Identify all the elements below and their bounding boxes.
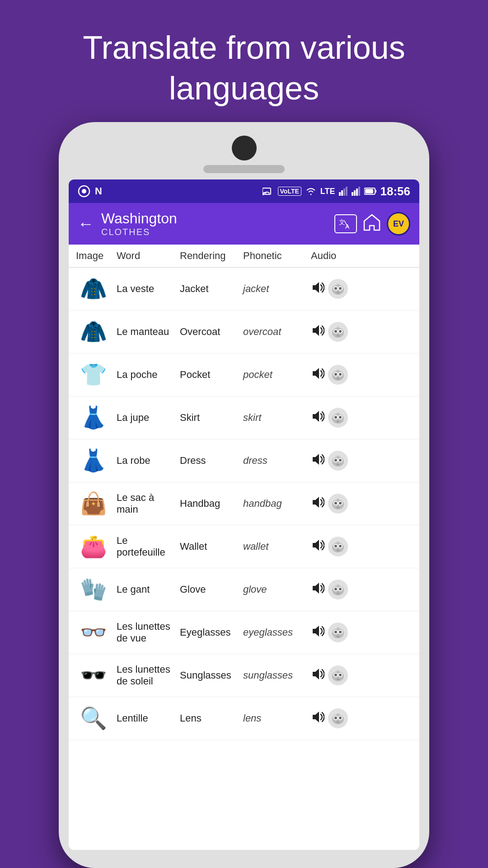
speaker-icon bbox=[311, 281, 324, 294]
owl-button[interactable] bbox=[328, 451, 348, 471]
home-button[interactable] bbox=[362, 213, 381, 235]
row-rendering: Pocket bbox=[180, 369, 243, 381]
row-image: 👓 bbox=[76, 615, 111, 650]
table-body: 🧥La vesteJacketjacket 🧥Le manteauOvercoa… bbox=[69, 268, 419, 850]
audio-speaker-button[interactable] bbox=[311, 496, 324, 512]
owl-icon bbox=[331, 626, 345, 639]
translate-icon: 文 A bbox=[338, 217, 353, 231]
table-row: 🧤Le gantGloveglove bbox=[69, 568, 419, 611]
audio-speaker-button[interactable] bbox=[311, 539, 324, 555]
svg-rect-3 bbox=[339, 192, 341, 196]
audio-speaker-button[interactable] bbox=[311, 324, 324, 340]
row-word: Le manteau bbox=[117, 326, 180, 338]
app-bar: ← Washington CLOTHES 文 A bbox=[69, 203, 419, 245]
audio-speaker-button[interactable] bbox=[311, 281, 324, 297]
row-word: La jupe bbox=[117, 412, 180, 424]
svg-point-42 bbox=[339, 416, 342, 419]
row-image: 👗 bbox=[76, 443, 111, 478]
status-time: 18:56 bbox=[380, 184, 411, 198]
owl-button[interactable] bbox=[328, 279, 348, 299]
owl-button[interactable] bbox=[328, 322, 348, 342]
app-bar-title-block: Washington CLOTHES bbox=[101, 210, 327, 237]
row-audio bbox=[311, 537, 361, 557]
audio-speaker-button[interactable] bbox=[311, 453, 324, 469]
row-image: 🧥 bbox=[76, 271, 111, 307]
owl-icon bbox=[331, 712, 345, 725]
svg-point-70 bbox=[339, 588, 342, 590]
phone-mockup: N VoLTE LTE bbox=[59, 122, 429, 868]
svg-point-55 bbox=[334, 502, 337, 505]
row-image: 🕶️ bbox=[76, 658, 111, 693]
row-audio bbox=[311, 408, 361, 428]
table-row: 👜Le sac à mainHandbaghandbag bbox=[69, 482, 419, 525]
audio-speaker-button[interactable] bbox=[311, 668, 324, 684]
owl-button[interactable] bbox=[328, 580, 348, 599]
audio-speaker-button[interactable] bbox=[311, 582, 324, 598]
row-audio bbox=[311, 623, 361, 642]
page-title: Translate from various languages bbox=[27, 27, 461, 108]
table-row: 👕La pochePocketpocket bbox=[69, 354, 419, 396]
wifi-icon bbox=[305, 186, 317, 196]
back-button[interactable]: ← bbox=[78, 216, 94, 232]
audio-speaker-button[interactable] bbox=[311, 711, 324, 726]
svg-point-76 bbox=[334, 631, 337, 633]
row-image: 🧥 bbox=[76, 314, 111, 349]
owl-button[interactable] bbox=[328, 537, 348, 557]
row-word: La veste bbox=[117, 283, 180, 295]
speaker-icon bbox=[311, 668, 324, 680]
speaker-icon bbox=[311, 496, 324, 509]
audio-speaker-button[interactable] bbox=[311, 410, 324, 426]
row-audio bbox=[311, 365, 361, 385]
app-bar-subtitle: CLOTHES bbox=[101, 227, 327, 237]
svg-point-28 bbox=[339, 330, 342, 333]
svg-point-91 bbox=[339, 717, 342, 719]
header-rendering: Rendering bbox=[180, 250, 243, 262]
svg-rect-8 bbox=[354, 190, 356, 196]
svg-point-84 bbox=[339, 674, 342, 676]
status-bar: N VoLTE LTE bbox=[69, 179, 419, 203]
svg-point-63 bbox=[339, 545, 342, 547]
svg-point-90 bbox=[334, 717, 337, 719]
svg-rect-5 bbox=[343, 189, 345, 196]
table-row: 👗La robeDressdress bbox=[69, 439, 419, 482]
audio-speaker-button[interactable] bbox=[311, 367, 324, 383]
home-icon bbox=[362, 213, 381, 232]
owl-button[interactable] bbox=[328, 494, 348, 514]
row-phonetic: overcoat bbox=[243, 326, 311, 338]
row-phonetic: lens bbox=[243, 712, 311, 724]
svg-point-83 bbox=[334, 674, 337, 676]
status-right-icons: VoLTE LTE bbox=[263, 184, 410, 198]
owl-button[interactable] bbox=[328, 708, 348, 728]
row-rendering: Skirt bbox=[180, 412, 243, 424]
row-rendering: Jacket bbox=[180, 283, 243, 295]
svg-point-21 bbox=[339, 287, 342, 290]
battery-icon bbox=[364, 187, 377, 195]
speaker-icon bbox=[311, 711, 324, 723]
ev-badge-button[interactable]: EV bbox=[387, 212, 410, 236]
row-image: 🧤 bbox=[76, 572, 111, 607]
phone-camera bbox=[232, 136, 257, 160]
row-rendering: Glove bbox=[180, 584, 243, 595]
table-row: 🧥La vesteJacketjacket bbox=[69, 268, 419, 311]
row-image: 👗 bbox=[76, 400, 111, 435]
owl-button[interactable] bbox=[328, 665, 348, 685]
row-rendering: Sunglasses bbox=[180, 670, 243, 681]
svg-rect-6 bbox=[346, 187, 347, 196]
table-row: 🕶️Les lunettes de soleilSunglassessungla… bbox=[69, 654, 419, 697]
svg-point-20 bbox=[334, 287, 337, 290]
translate-button[interactable]: 文 A bbox=[334, 214, 357, 233]
owl-button[interactable] bbox=[328, 365, 348, 385]
owl-icon bbox=[331, 497, 345, 510]
app-bar-title: Washington bbox=[101, 210, 327, 227]
svg-point-41 bbox=[334, 416, 337, 419]
speaker-icon bbox=[311, 324, 324, 337]
volte-badge: VoLTE bbox=[278, 187, 301, 196]
row-word: La poche bbox=[117, 369, 180, 381]
svg-point-77 bbox=[339, 631, 342, 633]
owl-button[interactable] bbox=[328, 623, 348, 642]
owl-button[interactable] bbox=[328, 408, 348, 428]
row-rendering: Lens bbox=[180, 712, 243, 724]
header-audio: Audio bbox=[311, 250, 361, 262]
audio-speaker-button[interactable] bbox=[311, 625, 324, 641]
svg-point-62 bbox=[334, 545, 337, 547]
